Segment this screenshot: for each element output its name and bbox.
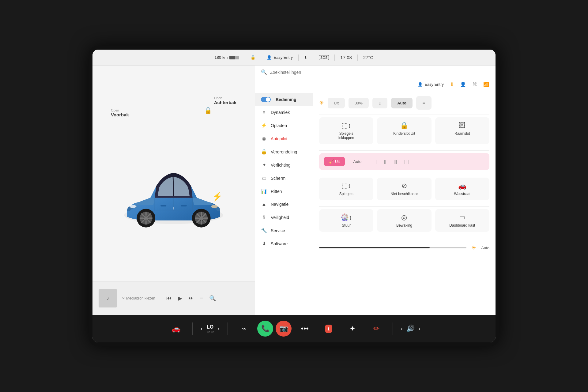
kinderslot-button[interactable]: 🔒 Kinderslot Uit <box>377 117 431 144</box>
veiligheid-icon: ℹ <box>261 214 267 220</box>
wiper-speed-4[interactable]: |||| <box>402 158 411 165</box>
nav-item-opladen[interactable]: ⚡ Opladen <box>255 119 313 132</box>
wiper-speed-2[interactable]: || <box>382 158 389 165</box>
easy-entry-label: Easy Entry <box>273 55 293 60</box>
volume-icon[interactable]: 🔊 <box>406 325 415 333</box>
brightness-sun-icon: ☀ <box>471 244 476 251</box>
spiegels-button[interactable]: ⬚↕ Spiegels <box>319 178 373 200</box>
taskbar-nav-group: ‹ LO ▭ ▭ › <box>198 324 222 333</box>
volume-next-button[interactable]: › <box>416 324 423 333</box>
taskbar-fan[interactable]: ✦ <box>342 318 363 339</box>
nav-item-veiligheid[interactable]: ℹ Veiligheid <box>255 211 313 224</box>
taskbar-car[interactable]: 🚗 <box>165 318 187 339</box>
niet-beschikbaar-button[interactable]: ⊘ Niet beschikbaar <box>377 178 431 200</box>
nav-label-vergrendeling: Vergrendeling <box>271 149 297 154</box>
slider-fill <box>319 247 430 248</box>
status-divider-4 <box>313 55 313 61</box>
wasstraat-button[interactable]: 🚗 Wasstraat <box>435 178 489 200</box>
phone-taskbar-icon: 📞 <box>261 325 270 333</box>
spiegels-inklappen-label: Spiegelsinklappen <box>338 131 354 140</box>
svg-text:T: T <box>172 206 175 210</box>
range-display: 180 km <box>215 55 239 60</box>
stuur-button[interactable]: 🎡↕ Stuur <box>319 209 373 232</box>
brightness-slider-row: ☀ Auto <box>319 241 489 255</box>
bewaking-label: Bewaking <box>396 223 412 228</box>
header-easy-entry[interactable]: 👤 Easy Entry <box>418 82 444 87</box>
nav-label-scherm: Scherm <box>271 176 285 181</box>
nav-item-ritten[interactable]: 📊 Ritten <box>255 185 313 198</box>
dashboard-kast-button[interactable]: ▭ Dashboard kast <box>435 209 489 232</box>
header-easy-entry-label: Easy Entry <box>424 82 444 87</box>
section-separator-5 <box>319 238 489 238</box>
light-uit-button[interactable]: Uit <box>328 98 345 108</box>
wiper-uit-button[interactable]: 🧹 Uit <box>324 157 345 166</box>
nav-item-navigatie[interactable]: ▲ Navigatie <box>255 198 313 211</box>
light-d-button[interactable]: D <box>372 98 387 108</box>
settings-content: ☀ Uit 30% D Auto ≡ <box>313 90 496 315</box>
nav-item-software[interactable]: ⬇ Software <box>255 237 313 250</box>
media-bar: ♪ ✕ Mediabron kiezen ⏮ ▶ ⏭ ≡ 🔍 <box>92 281 255 315</box>
play-button[interactable]: ▶ <box>178 295 182 302</box>
voorbak-label[interactable]: Open Voorbak <box>111 108 129 117</box>
taskbar-info[interactable]: ℹ <box>318 318 339 339</box>
nav-item-verlichting[interactable]: ✦ Verlichting <box>255 158 313 172</box>
spiegels-inklappen-button[interactable]: ⬚↕ Spiegelsinklappen <box>319 117 373 144</box>
stuur-icon: 🎡↕ <box>341 213 352 221</box>
more-taskbar-icon: ••• <box>301 324 309 333</box>
section-separator-2 <box>319 150 489 151</box>
bewaking-button[interactable]: ◎ Bewaking <box>377 209 431 232</box>
nav-item-scherm[interactable]: ▭ Scherm <box>255 172 313 185</box>
car-lock-icon: 🔓 <box>204 107 212 114</box>
nav-prev-button[interactable]: ‹ <box>198 324 205 333</box>
taskbar-lo-display: LO ▭ ▭ <box>207 324 213 333</box>
bediening-toggle[interactable] <box>261 97 271 102</box>
spiegels-label: Spiegels <box>339 192 353 196</box>
taskbar-phone[interactable]: 📞 <box>257 321 273 337</box>
skip-back-button[interactable]: ⏮ <box>166 295 172 301</box>
light-extra-button[interactable]: ≡ <box>416 96 432 110</box>
search-media-button[interactable]: 🔍 <box>209 295 216 302</box>
nav-item-service[interactable]: 🔧 Service <box>255 224 313 237</box>
easy-entry-status[interactable]: 👤 Easy Entry <box>267 55 293 60</box>
skip-forward-button[interactable]: ⏭ <box>188 295 194 301</box>
nav-label-verlichting: Verlichting <box>271 163 291 168</box>
wiper-speed-3[interactable]: ||| <box>391 158 399 165</box>
status-bar: 180 km 🔓 👤 Easy Entry ⬇ SOS 17:08 <box>92 50 496 66</box>
media-source[interactable]: ✕ Mediabron kiezen <box>122 296 155 300</box>
voorbak-main: Voorbak <box>111 112 129 117</box>
header-person-icon: 👤 <box>418 82 423 87</box>
brightness-slider[interactable] <box>319 247 466 248</box>
nav-item-vergrendeling[interactable]: 🔒 Vergrendeling <box>255 145 313 158</box>
taskbar-wiper[interactable]: ⌁ <box>233 318 255 339</box>
search-input[interactable] <box>270 70 489 75</box>
equalizer-button[interactable]: ≡ <box>200 295 203 301</box>
wiper-speed-1[interactable]: | <box>373 158 379 165</box>
section-separator-4 <box>319 206 489 207</box>
media-controls: ⏮ ▶ ⏭ ≡ 🔍 <box>166 295 216 302</box>
nav-label-opladen: Opladen <box>271 123 287 128</box>
sos-button[interactable]: SOS <box>319 55 329 60</box>
service-icon: 🔧 <box>261 228 267 233</box>
section-separator-1 <box>319 115 489 115</box>
lighting-row: ☀ Uit 30% D Auto ≡ <box>319 96 489 110</box>
svg-point-19 <box>130 205 137 208</box>
header-signal-icon: 📶 <box>483 81 489 87</box>
nav-item-dynamiek[interactable]: ≡ Dynamiek <box>255 106 313 119</box>
nav-label-bediening: Bediening <box>276 97 296 102</box>
nav-label-software: Software <box>271 241 288 246</box>
achterbak-label[interactable]: Open Achterbak <box>214 96 236 105</box>
info-taskbar-icon: ℹ <box>325 325 332 333</box>
light-30-button[interactable]: 30% <box>349 98 369 108</box>
fan-taskbar-icon: ✦ <box>349 324 356 333</box>
wiper-auto-button[interactable]: Auto <box>347 156 368 167</box>
car-image: T ⚡ <box>115 156 232 236</box>
nav-next-button[interactable]: › <box>215 324 222 333</box>
nav-item-bediening[interactable]: Bediening <box>255 93 313 106</box>
taskbar-more[interactable]: ••• <box>294 318 315 339</box>
volume-prev-button[interactable]: ‹ <box>398 324 405 333</box>
raamslot-button[interactable]: 🖼 Raamslot <box>435 117 489 144</box>
taskbar-pencil[interactable]: ✏ <box>366 318 387 339</box>
taskbar-camera[interactable]: 📷 <box>276 321 292 337</box>
nav-item-autopilot[interactable]: ◎ Autopilot <box>255 132 313 145</box>
light-auto-button[interactable]: Auto <box>391 98 413 108</box>
